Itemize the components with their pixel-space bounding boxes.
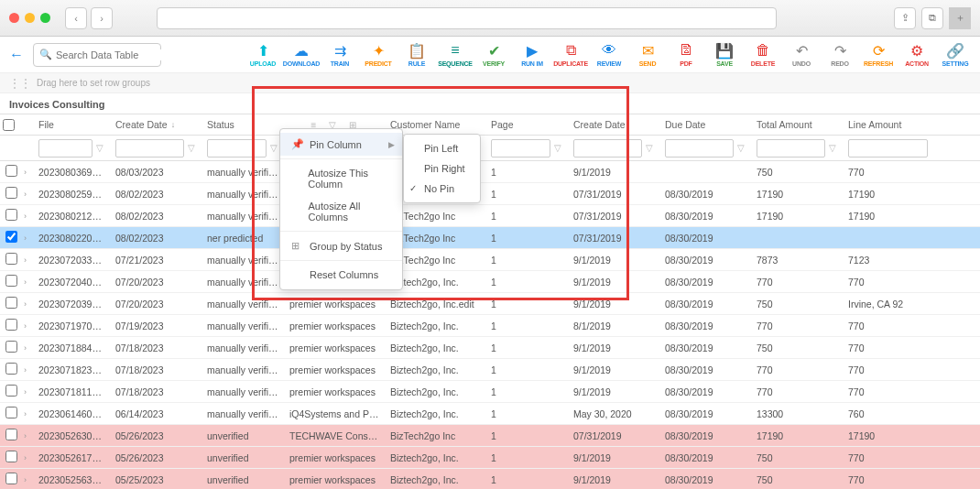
submenu-pin-left[interactable]: Pin Left bbox=[404, 138, 480, 158]
filter-total[interactable] bbox=[757, 139, 825, 158]
share-icon[interactable]: ⇪ bbox=[894, 7, 916, 29]
expand-row-icon[interactable]: › bbox=[18, 234, 33, 243]
expand-row-icon[interactable]: › bbox=[18, 255, 33, 265]
filter-icon[interactable]: ▽ bbox=[646, 143, 653, 153]
col-create-date[interactable]: Create Date↓ bbox=[110, 114, 201, 135]
download-button[interactable]: ☁DOWNLOAD bbox=[286, 42, 317, 67]
expand-row-icon[interactable]: › bbox=[18, 475, 33, 484]
action-button[interactable]: ⚙ACTION bbox=[901, 42, 932, 67]
back-button[interactable]: ‹ bbox=[65, 7, 87, 29]
col-file[interactable]: File bbox=[33, 114, 110, 135]
maximize-window-icon[interactable] bbox=[40, 13, 50, 23]
col-total-amount[interactable]: Total Amount bbox=[751, 114, 843, 135]
filter-icon[interactable]: ▽ bbox=[188, 143, 195, 153]
submenu-pin-right[interactable]: Pin Right bbox=[404, 158, 480, 179]
minimize-window-icon[interactable] bbox=[25, 13, 35, 23]
filter-page[interactable] bbox=[491, 139, 550, 158]
filter-icon[interactable]: ▽ bbox=[554, 143, 561, 153]
table-row[interactable]: ›20230802201...08/02/2023ner predictedBi… bbox=[0, 227, 980, 249]
expand-row-icon[interactable]: › bbox=[18, 212, 33, 221]
app-back-arrow-icon[interactable]: ← bbox=[9, 47, 24, 63]
setting-button[interactable]: 🔗SETTING bbox=[940, 42, 971, 67]
menu-group-by-status[interactable]: ⊞Group by Status bbox=[280, 234, 402, 257]
filter-icon[interactable]: ▽ bbox=[96, 143, 103, 153]
forward-button[interactable]: › bbox=[91, 7, 113, 29]
table-row[interactable]: ›20230719703...07/19/2023manually verifi… bbox=[0, 315, 980, 337]
col-status[interactable]: Status bbox=[201, 114, 284, 135]
row-group-drop-area[interactable]: ⋮⋮ Drag here to set row groups bbox=[0, 73, 980, 93]
row-checkbox[interactable] bbox=[0, 319, 18, 332]
search-wrap[interactable]: 🔍 bbox=[33, 43, 161, 67]
train-button[interactable]: ⇉TRAIN bbox=[324, 42, 355, 67]
col-page[interactable]: Page bbox=[485, 114, 568, 135]
row-checkbox[interactable] bbox=[0, 209, 18, 223]
close-window-icon[interactable] bbox=[9, 13, 19, 23]
expand-row-icon[interactable]: › bbox=[18, 431, 33, 440]
row-checkbox[interactable] bbox=[0, 187, 18, 201]
filter-status[interactable] bbox=[207, 139, 267, 158]
menu-reset-columns[interactable]: Reset Columns bbox=[280, 264, 402, 286]
expand-row-icon[interactable]: › bbox=[18, 365, 33, 375]
expand-row-icon[interactable]: › bbox=[18, 387, 33, 397]
expand-row-icon[interactable]: › bbox=[18, 277, 33, 287]
delete-button[interactable]: 🗑DELETE bbox=[747, 42, 779, 67]
send-button[interactable]: ✉SEND bbox=[632, 42, 663, 67]
table-row[interactable]: ›20230718846...07/18/2023manually verifi… bbox=[0, 337, 980, 359]
table-row[interactable]: ›20230720405...07/20/2023manually verifi… bbox=[0, 271, 980, 293]
table-row[interactable]: ›20230614607...06/14/2023manually verifi… bbox=[0, 403, 980, 425]
url-bar[interactable] bbox=[157, 7, 777, 29]
col-due-date[interactable]: Due Date bbox=[659, 114, 751, 135]
pdf-button[interactable]: 🖺PDF bbox=[670, 42, 702, 67]
row-checkbox[interactable] bbox=[0, 165, 18, 179]
expand-row-icon[interactable]: › bbox=[18, 343, 33, 353]
col-line-amount[interactable]: Line Amount bbox=[843, 114, 934, 135]
row-checkbox[interactable] bbox=[0, 231, 18, 244]
upload-button[interactable]: ⬆UPLOAD bbox=[247, 42, 278, 67]
table-row[interactable]: ›20230720399...07/20/2023manually verifi… bbox=[0, 293, 980, 315]
menu-autosize-this[interactable]: Autosize This Column bbox=[280, 162, 402, 195]
row-checkbox[interactable] bbox=[0, 451, 18, 464]
table-row[interactable]: ›20230720331...07/21/2023manually verifi… bbox=[0, 249, 980, 271]
row-checkbox[interactable] bbox=[0, 341, 18, 354]
filter-icon[interactable]: ▽ bbox=[270, 143, 278, 153]
search-input[interactable] bbox=[56, 49, 182, 60]
undo-button[interactable]: ↶UNDO bbox=[786, 42, 817, 67]
redo-button[interactable]: ↷REDO bbox=[824, 42, 855, 67]
filter-create-date-2[interactable] bbox=[573, 139, 642, 158]
col-create-date-2[interactable]: Create Date bbox=[568, 114, 659, 135]
row-checkbox[interactable] bbox=[0, 363, 18, 376]
table-row[interactable]: ›20230718115...07/18/2023manually verifi… bbox=[0, 381, 980, 403]
save-button[interactable]: 💾SAVE bbox=[709, 42, 740, 67]
submenu-no-pin[interactable]: ✓No Pin bbox=[404, 179, 480, 199]
table-row[interactable]: ›20230526171...05/26/2023unverifiedpremi… bbox=[0, 447, 980, 469]
table-row[interactable]: ›20230525635...05/25/2023unverifiedpremi… bbox=[0, 469, 980, 489]
new-tab-button[interactable]: ＋ bbox=[949, 7, 971, 29]
filter-create-date[interactable] bbox=[115, 139, 184, 158]
row-checkbox[interactable] bbox=[0, 275, 18, 288]
table-row[interactable]: ›20230718231...07/18/2023manually verifi… bbox=[0, 359, 980, 381]
filter-line[interactable] bbox=[848, 139, 928, 158]
expand-row-icon[interactable]: › bbox=[18, 321, 33, 331]
row-checkbox[interactable] bbox=[0, 473, 18, 486]
expand-row-icon[interactable]: › bbox=[18, 453, 33, 462]
row-checkbox[interactable] bbox=[0, 429, 18, 442]
expand-row-icon[interactable]: › bbox=[18, 409, 33, 418]
select-all-checkbox[interactable] bbox=[0, 114, 18, 135]
tabs-icon[interactable]: ⧉ bbox=[921, 7, 943, 29]
rule-button[interactable]: 📋RULE bbox=[401, 42, 432, 67]
expand-row-icon[interactable]: › bbox=[18, 168, 33, 177]
row-checkbox[interactable] bbox=[0, 385, 18, 398]
row-checkbox[interactable] bbox=[0, 253, 18, 266]
review-button[interactable]: 👁REVIEW bbox=[593, 42, 625, 67]
duplicate-button[interactable]: ⧉DUPLICATE bbox=[555, 42, 586, 67]
menu-pin-column[interactable]: 📌 Pin Column ▶ bbox=[280, 133, 402, 156]
row-checkbox[interactable] bbox=[0, 407, 18, 420]
expand-row-icon[interactable]: › bbox=[18, 190, 33, 199]
table-row[interactable]: ›20230803697...08/03/2023manually verifi… bbox=[0, 161, 980, 183]
row-checkbox[interactable] bbox=[0, 297, 18, 310]
filter-file[interactable] bbox=[38, 139, 93, 158]
filter-icon[interactable]: ▽ bbox=[829, 143, 836, 153]
table-row[interactable]: ›20230802123...08/02/2023manually verifi… bbox=[0, 205, 980, 227]
expand-row-icon[interactable]: › bbox=[18, 299, 33, 309]
verify-button[interactable]: ✔VERIFY bbox=[478, 42, 509, 67]
